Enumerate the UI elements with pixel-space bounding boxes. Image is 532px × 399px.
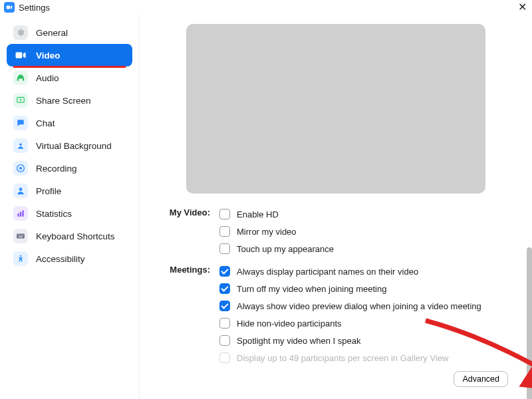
checkbox-icon [219,318,230,329]
option-label: Turn off my video when joining meeting [237,284,386,294]
option-display-names[interactable]: Always display participant names on thei… [219,263,512,280]
virtual-background-icon [13,138,28,153]
sidebar-item-label: Profile [36,186,61,196]
sidebar-item-video[interactable]: Video [7,44,132,66]
window-title: Settings [19,3,50,13]
sidebar-item-profile[interactable]: Profile [7,180,132,202]
sidebar-item-recording[interactable]: Recording [7,157,132,180]
sidebar-item-label: Video [36,51,61,61]
svg-rect-12 [22,210,23,216]
option-label: Mirror my video [237,227,297,237]
svg-rect-17 [23,235,23,235]
option-touch-up[interactable]: Touch up my appearance [219,240,512,257]
share-screen-icon [13,93,28,108]
option-spotlight[interactable]: Spotlight my video when I speak [219,332,512,349]
titlebar: Settings ✕ [0,0,532,15]
svg-rect-0 [7,6,10,9]
svg-point-6 [19,144,22,146]
svg-rect-15 [19,235,20,235]
my-video-section: My Video: Enable HD Mirror my video Touc… [160,205,512,257]
option-show-preview[interactable]: Always show video preview dialog when jo… [219,297,512,315]
sidebar-item-general[interactable]: General [7,21,132,44]
video-preview [186,24,485,194]
option-label: Display up to 49 participants per screen… [237,353,448,363]
option-49-participants: Display up to 49 participants per screen… [219,349,512,366]
my-video-heading: My Video: [160,205,219,257]
svg-rect-3 [17,78,19,81]
option-hide-non-video[interactable]: Hide non-video participants [219,315,512,332]
app-icon [4,2,15,13]
svg-point-9 [19,188,23,191]
sidebar-item-label: Chat [36,118,55,128]
option-label: Enable HD [237,209,279,219]
video-icon [13,48,28,63]
option-label: Always show video preview dialog when jo… [237,301,481,311]
checkbox-icon [219,226,230,237]
svg-rect-14 [18,235,19,235]
sidebar-item-label: General [36,28,68,38]
meetings-heading: Meetings: [160,263,219,366]
sidebar-item-accessibility[interactable]: Accessibility [7,247,132,270]
option-mirror-video[interactable]: Mirror my video [219,223,512,240]
svg-rect-10 [17,213,19,217]
checkbox-icon [219,335,230,346]
sidebar-item-label: Audio [36,73,59,83]
svg-point-19 [20,255,21,257]
sidebar: General Video Audio Share Screen [0,15,140,399]
sidebar-item-keyboard-shortcuts[interactable]: Keyboard Shortcuts [7,225,132,247]
sidebar-item-label: Share Screen [36,96,91,106]
sidebar-item-label: Statistics [36,209,72,219]
checkbox-icon [219,209,230,219]
svg-rect-13 [17,234,25,239]
advanced-button[interactable]: Advanced [454,371,508,387]
sidebar-item-audio[interactable]: Audio [7,66,132,89]
sidebar-item-label: Recording [36,164,77,174]
profile-icon [13,184,28,198]
keyboard-icon [13,229,28,243]
sidebar-item-label: Virtual Background [36,141,112,151]
statistics-icon [13,206,28,221]
checkbox-icon [219,243,230,254]
headphones-icon [13,70,28,85]
svg-rect-11 [20,212,21,217]
scrollbar-thumb[interactable] [527,247,532,399]
svg-rect-4 [23,78,24,81]
svg-rect-18 [19,237,23,237]
content-panel: My Video: Enable HD Mirror my video Touc… [140,15,532,399]
option-label: Touch up my appearance [237,244,334,254]
option-label: Spotlight my video when I speak [237,336,360,346]
option-label: Always display participant names on thei… [237,267,418,277]
recording-icon [13,161,28,176]
checkbox-icon [219,266,230,277]
gear-icon [13,25,28,40]
meetings-section: Meetings: Always display participant nam… [160,263,512,366]
accessibility-icon [13,251,28,266]
checkbox-icon [219,283,230,294]
option-turn-off-video[interactable]: Turn off my video when joining meeting [219,280,512,297]
svg-point-8 [19,167,22,170]
option-enable-hd[interactable]: Enable HD [219,205,512,223]
svg-rect-16 [21,235,22,235]
checkbox-icon [219,352,230,363]
option-label: Hide non-video participants [237,319,342,329]
checkbox-icon [219,301,230,311]
sidebar-item-chat[interactable]: Chat [7,112,132,134]
svg-rect-2 [16,53,23,59]
sidebar-item-virtual-background[interactable]: Virtual Background [7,134,132,157]
sidebar-item-label: Accessibility [36,254,85,264]
chat-icon [13,116,28,130]
close-icon[interactable]: ✕ [518,2,527,13]
main: General Video Audio Share Screen [0,15,532,399]
sidebar-item-statistics[interactable]: Statistics [7,202,132,225]
sidebar-item-share-screen[interactable]: Share Screen [7,89,132,112]
sidebar-item-label: Keyboard Shortcuts [36,231,115,241]
